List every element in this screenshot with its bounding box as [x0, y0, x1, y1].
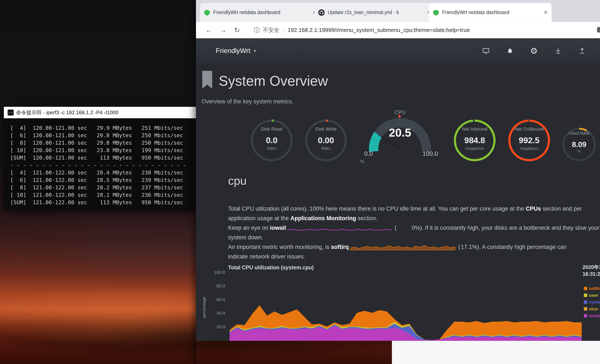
y-axis-label: percentage [202, 286, 206, 329]
terminal-titlebar[interactable]: C:\ 命令提示符 - iperf3 -c 192.168.1.2 -P4 -t… [4, 107, 196, 119]
gauge-unit: % [562, 149, 597, 153]
netdata-favicon-icon [204, 9, 210, 16]
legend-swatch [584, 287, 587, 290]
extension-icon[interactable] [597, 27, 600, 33]
gauge-unit: MiB/s [250, 146, 293, 151]
bookmark-icon[interactable] [201, 71, 213, 90]
softirq-sparkline-chart[interactable] [350, 244, 455, 250]
import-button[interactable] [546, 38, 570, 63]
chart-title: Total CPU utilization (system.cpu) [228, 264, 314, 271]
chart-time-label: 16:31:2 [582, 271, 600, 277]
github-favicon-icon [318, 9, 325, 16]
softirq-value: 17.1% [460, 244, 477, 250]
page-info-icon[interactable]: ⓘ [254, 26, 260, 34]
legend-item-system[interactable]: system [584, 299, 600, 306]
gauge-label: Net Inbound [453, 126, 496, 132]
cpu-utilization-chart[interactable] [230, 270, 582, 341]
brand-dropdown[interactable]: FriendlyWrt ▾ [196, 38, 297, 63]
legend-label: iowait [589, 313, 600, 318]
gauge-value: 0.0 [250, 136, 293, 145]
terminal-line: [ 4] 120.00-121.00 sec 29.9 MBytes 251 M… [10, 124, 196, 132]
reload-button[interactable]: ↻ [230, 26, 244, 34]
help-text: ). If it is constantly high, your disks … [420, 225, 599, 231]
chevron-down-icon: ▾ [254, 48, 256, 53]
disk-write-gauge[interactable]: Disk Write 0.00 MiB/s [304, 119, 348, 162]
legend-swatch [584, 307, 587, 311]
section-heading-cpu: cpu [228, 174, 247, 187]
terminal-line: [SUM] 120.00-121.00 sec 113 MBytes 950 M… [10, 154, 196, 161]
legend-swatch [584, 294, 587, 297]
legend-label: nice [589, 306, 598, 311]
page-title: System Overview [219, 73, 328, 89]
net-inbound-gauge[interactable]: Net Inbound 984.8 megabits/s [453, 119, 496, 162]
cpu-gauge-max: 100.0 [417, 150, 443, 157]
gauge-label: Net Outbound [507, 126, 551, 132]
applications-monitoring-link[interactable]: Applications Monitoring [291, 215, 356, 222]
tab-strip: FriendlyWrt netdata dashboard ✕ Update r… [196, 0, 600, 22]
back-button[interactable]: ← [202, 26, 216, 34]
netdata-header: FriendlyWrt ▾ ⚙ [196, 38, 600, 63]
cpu-gauge-value: 20.5 [360, 126, 441, 139]
terminal-title: 命令提示符 - iperf3 -c 192.168.1.2 -P4 -t1000 [16, 109, 118, 116]
cpus-link[interactable]: CPUs [526, 205, 541, 212]
terminal-line: [ 6] 121.00-122.00 sec 28.5 MBytes 239 M… [10, 176, 196, 184]
settings-button[interactable]: ⚙ [522, 38, 546, 63]
y-tick: 100.0 [210, 270, 225, 275]
iowait-sparkline-chart[interactable] [287, 225, 392, 231]
screen: C:\ 命令提示符 - iperf3 -c 192.168.1.2 -P4 -t… [0, 0, 600, 364]
tab-title: FriendlyWrt netdata dashboard [213, 9, 310, 15]
help-line-6: indicate network driver issues. [228, 253, 305, 263]
gauge-value: 8.09 [562, 140, 597, 149]
terminal-line: [ 10] 120.00-121.00 sec 23.8 MBytes 199 … [10, 147, 196, 154]
forward-button[interactable]: → [216, 26, 230, 34]
gauge-label: Disk Read [250, 126, 293, 132]
tab-friendlywrt-2-active[interactable]: FriendlyWrt netdata dashboard ✕ [429, 3, 552, 22]
disk-read-gauge[interactable]: Disk Read 0.0 MiB/s [250, 119, 293, 162]
import-download-icon [554, 47, 562, 55]
legend-item-iowait[interactable]: iowait [584, 312, 600, 319]
cmd-icon: C:\ [8, 110, 14, 115]
terminal-line: [ 4] 121.00-122.00 sec 28.4 MBytes 238 M… [10, 169, 196, 176]
gauge-value: 0.00 [304, 136, 348, 145]
gauge-unit: megabits/s [453, 146, 496, 151]
cpu-gauge-unit: % [356, 159, 368, 164]
help-line-3: Keep an eye on iowait (0%). If it is con… [228, 225, 599, 234]
y-tick: 20.0 [210, 324, 225, 329]
terminal-line: [SUM] 121.00-122.00 sec 113 MBytes 950 M… [10, 199, 196, 206]
tab-friendlywrt-1[interactable]: FriendlyWrt netdata dashboard ✕ [200, 3, 320, 22]
alarms-button[interactable] [498, 38, 522, 63]
gauge-value: 984.8 [453, 136, 496, 145]
iowait-value: 0% [397, 225, 420, 231]
net-outbound-gauge[interactable]: Net Outbound 992.5 megabits/s [507, 119, 551, 162]
cpu-gauge-label: CPU [360, 109, 441, 115]
tab-github[interactable]: Update r2s_lean_minimal.yml · k ✕ [314, 3, 435, 22]
tab-title: Update r2s_lean_minimal.yml · k [328, 9, 424, 15]
screen-button[interactable] [474, 38, 498, 63]
security-label[interactable]: 不安全 [263, 26, 279, 34]
y-tick: 80.0 [210, 283, 225, 289]
url-field[interactable]: 192.168.2.1:19999/#menu_system_submenu_c… [288, 27, 470, 33]
terminal-line: [ 6] 120.00-121.00 sec 29.8 MBytes 250 M… [10, 132, 196, 139]
help-text-bold: iowait [270, 225, 286, 231]
terminal-line: [ 8] 121.00-122.00 sec 28.2 MBytes 237 M… [10, 184, 196, 191]
help-text: ). A constantly high percentage can [477, 244, 567, 250]
help-text: section. [356, 215, 378, 222]
help-text: ( [457, 244, 460, 250]
y-tick: 40.0 [210, 311, 225, 316]
used-ram-gauge[interactable]: Used RAM 8.09 % [562, 127, 597, 162]
legend-item-nice[interactable]: nice [584, 306, 600, 312]
gauge-value: 992.5 [507, 136, 551, 145]
omnibox-separator: | [283, 27, 284, 33]
legend-item-user[interactable]: user [584, 292, 600, 299]
terminal-output[interactable]: [ 4] 120.00-121.00 sec 29.9 MBytes 251 M… [4, 118, 196, 210]
terminal-window[interactable]: C:\ 命令提示符 - iperf3 -c 192.168.1.2 -P4 -t… [4, 107, 196, 210]
help-text: ( [393, 225, 397, 231]
legend-item-softirq[interactable]: softirq [584, 285, 600, 292]
tab-close-icon[interactable]: ✕ [544, 10, 548, 15]
help-text: Keep an eye on [228, 225, 270, 231]
terminal-line: [ 8] 120.00-121.00 sec 29.8 MBytes 250 M… [10, 139, 196, 147]
chart-date-label: 2020年3 [582, 264, 600, 271]
legend-label: system [589, 299, 600, 305]
export-button[interactable] [570, 38, 594, 63]
screen-icon [482, 47, 490, 55]
